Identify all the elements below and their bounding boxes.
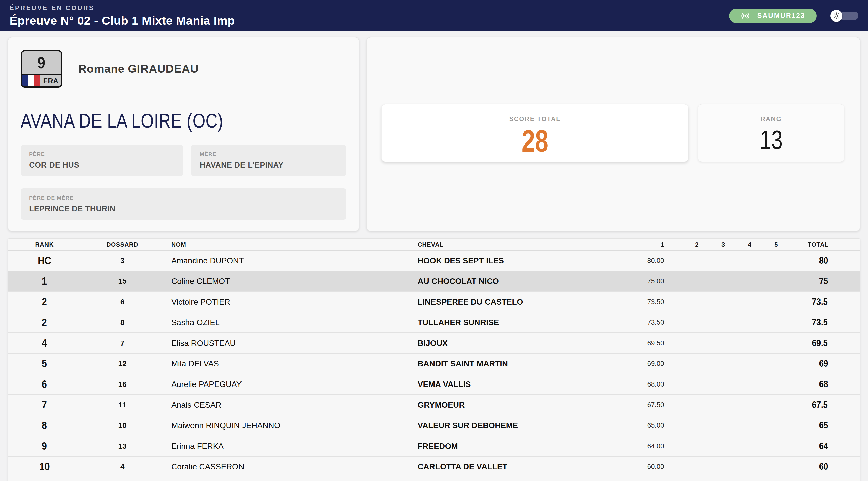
pedigree-grid: PÈRE COR DE HUS MÈRE HAVANE DE L’EPINAY … <box>21 145 346 220</box>
col-dossard: DOSSARD <box>81 241 164 248</box>
nom-cell: Coline CLEMOT <box>164 277 418 286</box>
dossard-cell: 16 <box>81 380 164 389</box>
table-row[interactable]: 115Coline CLEMOTAU CHOCOLAT NICO75.0075 <box>8 271 860 292</box>
score1-cell: 65.00 <box>621 422 684 429</box>
dossard-cell: 4 <box>81 462 164 471</box>
cheval-cell: VALEUR SUR DEBOHEME <box>418 421 621 430</box>
pedigree-label: PÈRE <box>29 151 175 157</box>
dossard-cell: 6 <box>81 298 164 306</box>
rank-cell: 6 <box>8 378 81 390</box>
score-panel: SCORE TOTAL 28 RANG 13 <box>366 37 861 232</box>
total-cell: 69.5 <box>789 338 860 348</box>
table-row[interactable]: 47Elisa ROUSTEAUBIJOUX69.5069.5 <box>8 333 860 354</box>
live-session-badge[interactable]: SAUMUR123 <box>729 8 817 23</box>
score1-cell: 64.00 <box>621 442 684 450</box>
results-table-body: HC3Amandine DUPONTHOOK DES SEPT ILES80.0… <box>8 250 860 477</box>
sun-icon <box>833 12 840 20</box>
table-row[interactable]: 616Aurelie PAPEGUAYVEMA VALLIS68.0068 <box>8 374 860 395</box>
col-rank: RANK <box>8 241 81 248</box>
table-row[interactable]: 104Coralie CASSERONCARLOTTA DE VALLET60.… <box>8 457 860 477</box>
table-header: RANK DOSSARD NOM CHEVAL 1 2 3 4 5 TOTAL <box>8 239 860 250</box>
cheval-cell: HOOK DES SEPT ILES <box>418 256 621 265</box>
table-row[interactable]: 711Anais CESARGRYMOEUR67.5067.5 <box>8 395 860 415</box>
dossard-cell: 15 <box>81 277 164 285</box>
cheval-cell: TULLAHER SUNRISE <box>418 318 621 327</box>
bib-card: 9 FRA <box>21 50 62 88</box>
total-cell: 64 <box>789 441 860 451</box>
table-row[interactable]: 26Victoire POTIERLINESPEREE DU CASTELO73… <box>8 292 860 312</box>
nom-cell: Mila DELVAS <box>164 359 418 368</box>
score1-cell: 69.50 <box>621 339 684 347</box>
dossard-cell: 3 <box>81 256 164 265</box>
score1-cell: 75.00 <box>621 277 684 285</box>
col-score-4: 4 <box>737 241 763 248</box>
col-score-5: 5 <box>763 241 789 248</box>
table-row[interactable]: 512Mila DELVASBANDIT SAINT MARTIN69.0069 <box>8 354 860 374</box>
country-code: FRA <box>40 76 61 86</box>
pedigree-value: COR DE HUS <box>29 160 175 170</box>
cheval-cell: BANDIT SAINT MARTIN <box>418 359 621 368</box>
theme-toggle[interactable] <box>830 10 859 22</box>
score-total-value: 28 <box>382 126 688 156</box>
nom-cell: Anais CESAR <box>164 400 418 410</box>
rider-name: Romane GIRAUDEAU <box>79 62 199 76</box>
table-row[interactable]: HC3Amandine DUPONTHOOK DES SEPT ILES80.0… <box>8 250 860 271</box>
cheval-cell: BIJOUX <box>418 338 621 348</box>
pedigree-box-mere: MÈRE HAVANE DE L’EPINAY <box>191 145 346 176</box>
france-flag-icon <box>22 76 40 86</box>
bib-number: 9 <box>22 51 61 74</box>
col-score-2: 2 <box>684 241 710 248</box>
header-titles: ÉPREUVE EN COURS Épreuve N° 02 - Club 1 … <box>9 4 235 27</box>
nom-cell: Coralie CASSERON <box>164 462 418 472</box>
score1-cell: 73.50 <box>621 319 684 326</box>
dossard-cell: 10 <box>81 421 164 430</box>
rank-cell: 10 <box>8 461 81 473</box>
nom-cell: Victoire POTIER <box>164 297 418 307</box>
dossard-cell: 7 <box>81 339 164 347</box>
nom-cell: Aurelie PAPEGUAY <box>164 380 418 389</box>
dossard-cell: 8 <box>81 318 164 327</box>
nom-cell: Maiwenn RINQUIN JEHANNO <box>164 421 418 430</box>
col-cheval: CHEVAL <box>418 241 621 248</box>
rider-card: 9 FRA Romane GIRAUDEAU AVANA DE LA LOIRE… <box>7 37 359 232</box>
total-cell: 69 <box>789 358 860 369</box>
rank-cell: 1 <box>8 275 81 287</box>
dossard-cell: 12 <box>81 359 164 368</box>
score-total-card: SCORE TOTAL 28 <box>381 104 688 162</box>
cheval-cell: GRYMOEUR <box>418 400 621 410</box>
score-total-label: SCORE TOTAL <box>382 115 688 123</box>
col-nom: NOM <box>164 241 418 248</box>
total-cell: 60 <box>789 461 860 472</box>
total-cell: 75 <box>789 276 860 287</box>
total-cell: 73.5 <box>789 317 860 328</box>
cheval-cell: CARLOTTA DE VALLET <box>418 462 621 472</box>
rank-cell: 8 <box>8 419 81 431</box>
nom-cell: Amandine DUPONT <box>164 256 418 265</box>
table-row[interactable]: 810Maiwenn RINQUIN JEHANNOVALEUR SUR DEB… <box>8 415 860 436</box>
rank-cell: 5 <box>8 358 81 370</box>
table-row[interactable]: 28Sasha OZIELTULLAHER SUNRISE73.5073.5 <box>8 312 860 333</box>
col-total: TOTAL <box>789 241 860 248</box>
score1-cell: 60.00 <box>621 463 684 471</box>
pedigree-value: LEPRINCE DE THURIN <box>29 204 338 213</box>
nom-cell: Elisa ROUSTEAU <box>164 338 418 348</box>
live-badge-label: SAUMUR123 <box>757 12 805 20</box>
score1-cell: 69.00 <box>621 360 684 368</box>
cheval-cell: LINESPEREE DU CASTELO <box>418 297 621 307</box>
event-status-label: ÉPREUVE EN COURS <box>9 4 235 11</box>
dossard-cell: 13 <box>81 442 164 450</box>
pedigree-label: MÈRE <box>199 151 338 157</box>
app-header: ÉPREUVE EN COURS Épreuve N° 02 - Club 1 … <box>0 0 868 31</box>
table-row[interactable]: 913Erinna FERKAFREEDOM64.0064 <box>8 436 860 457</box>
nom-cell: Sasha OZIEL <box>164 318 418 327</box>
col-score-3: 3 <box>710 241 737 248</box>
cheval-cell: FREEDOM <box>418 442 621 451</box>
score1-cell: 80.00 <box>621 257 684 265</box>
pagination-label: 1-16 sur 16 <box>814 480 848 481</box>
toggle-knob <box>830 10 842 22</box>
pedigree-label: PÈRE DE MÈRE <box>29 195 338 201</box>
rank-cell: HC <box>8 254 81 267</box>
col-score-1: 1 <box>621 241 684 248</box>
rank-cell: 2 <box>8 317 81 328</box>
cheval-cell: AU CHOCOLAT NICO <box>418 277 621 286</box>
